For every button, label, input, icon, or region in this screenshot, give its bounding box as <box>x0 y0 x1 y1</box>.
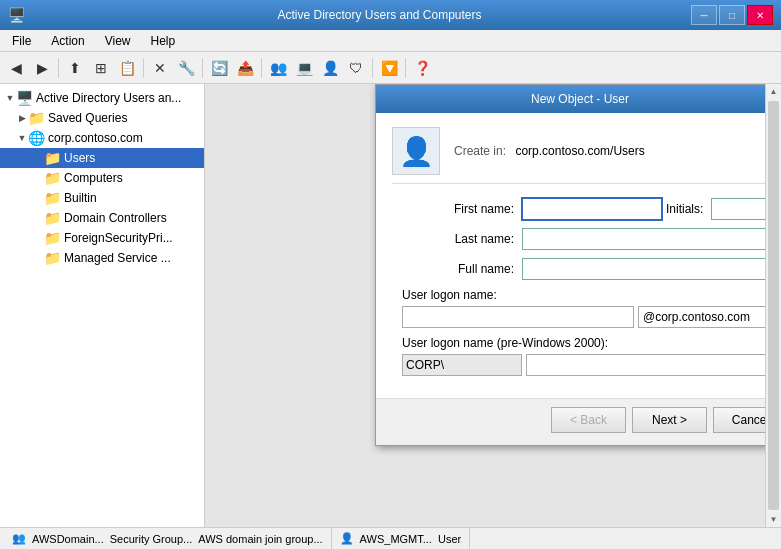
tree-icon-root: 🖥️ <box>16 90 33 106</box>
tree-label-root: Active Directory Users an... <box>36 91 181 105</box>
cancel-button[interactable]: Cancel <box>713 407 765 433</box>
tree-icon-computers: 📁 <box>44 170 61 186</box>
tree-item-users[interactable]: 📁 Users <box>0 148 204 168</box>
tree-item-managed[interactable]: 📁 Managed Service ... <box>0 248 204 268</box>
pre2000-domain-input[interactable] <box>402 354 522 376</box>
content-panel: New Object - User ✕ 👤 Create in: corp.co… <box>205 84 765 527</box>
next-button[interactable]: Next > <box>632 407 707 433</box>
tree-label-saved-queries: Saved Queries <box>48 111 127 125</box>
pre2000-label-row: User logon name (pre-Windows 2000): <box>392 336 765 350</box>
close-button[interactable]: ✕ <box>747 5 773 25</box>
create-in-path: corp.contoso.com/Users <box>515 144 644 158</box>
window-controls[interactable]: ─ □ ✕ <box>691 5 773 25</box>
tree-item-saved-queries[interactable]: ▶ 📁 Saved Queries <box>0 108 204 128</box>
last-name-label: Last name: <box>392 232 522 246</box>
new-user-dialog: New Object - User ✕ 👤 Create in: corp.co… <box>375 84 765 446</box>
status-type-2: User <box>438 533 461 545</box>
tree-label-computers: Computers <box>64 171 123 185</box>
menu-view[interactable]: View <box>97 32 139 50</box>
logon-label-row: User logon name: <box>392 288 765 302</box>
main-area: ▼ 🖥️ Active Directory Users an... ▶ 📁 Sa… <box>0 84 781 527</box>
tree-label-foreign: ForeignSecurityPri... <box>64 231 173 245</box>
tree-panel: ▼ 🖥️ Active Directory Users an... ▶ 📁 Sa… <box>0 84 205 527</box>
scroll-thumb[interactable] <box>768 101 779 510</box>
toolbar-sep-1 <box>58 58 59 78</box>
full-name-input[interactable] <box>522 258 765 280</box>
vertical-scrollbar[interactable]: ▲ ▼ <box>765 84 781 527</box>
delegate-button[interactable]: 🛡 <box>344 56 368 80</box>
tree-item-computers[interactable]: 📁 Computers <box>0 168 204 188</box>
dialog-body: 👤 Create in: corp.contoso.com/Users Firs… <box>376 113 765 398</box>
tree-item-dc[interactable]: 📁 Domain Controllers <box>0 208 204 228</box>
copy-button[interactable]: ⊞ <box>89 56 113 80</box>
status-item-2: 👤 AWS_MGMT... User <box>332 528 471 549</box>
pre2000-username-input[interactable] <box>526 354 765 376</box>
dialog-header: 👤 Create in: corp.contoso.com/Users <box>392 127 765 184</box>
first-name-label: First name: <box>392 202 522 216</box>
status-name-1: AWSDomain... <box>32 533 104 545</box>
pre2000-label: User logon name (pre-Windows 2000): <box>402 336 608 350</box>
first-name-input[interactable] <box>522 198 662 220</box>
computer-button[interactable]: 💻 <box>292 56 316 80</box>
title-bar: 🖥️ Active Directory Users and Computers … <box>0 0 781 30</box>
user-logon-input[interactable] <box>402 306 634 328</box>
status-name-2: AWS_MGMT... <box>360 533 432 545</box>
initials-input[interactable] <box>711 198 765 220</box>
menu-action[interactable]: Action <box>43 32 92 50</box>
tree-label-managed: Managed Service ... <box>64 251 171 265</box>
last-name-input[interactable] <box>522 228 765 250</box>
paste-button[interactable]: 📋 <box>115 56 139 80</box>
minimize-button[interactable]: ─ <box>691 5 717 25</box>
tree-icon-users: 📁 <box>44 150 61 166</box>
domain-suffix-select[interactable]: @corp.contoso.com <box>638 306 765 328</box>
refresh-button[interactable]: 🔄 <box>207 56 231 80</box>
logon-row: @corp.contoso.com <box>392 306 765 328</box>
tree-icon-foreign: 📁 <box>44 230 61 246</box>
toolbar-sep-6 <box>405 58 406 78</box>
create-in-section: Create in: corp.contoso.com/Users <box>454 144 645 158</box>
tree-item-foreign[interactable]: 📁 ForeignSecurityPri... <box>0 228 204 248</box>
back-button[interactable]: ◀ <box>4 56 28 80</box>
dialog-title-bar: New Object - User ✕ <box>376 85 765 113</box>
help-button[interactable]: ❓ <box>410 56 434 80</box>
full-name-row: Full name: <box>392 258 765 280</box>
full-name-label: Full name: <box>392 262 522 276</box>
window-title: Active Directory Users and Computers <box>68 8 691 22</box>
forward-button[interactable]: ▶ <box>30 56 54 80</box>
status-desc-1: AWS domain join group... <box>198 533 322 545</box>
tree-item-builtin[interactable]: 📁 Builtin <box>0 188 204 208</box>
maximize-button[interactable]: □ <box>719 5 745 25</box>
status-type-1: Security Group... <box>110 533 193 545</box>
status-bar: 👥 AWSDomain... Security Group... AWS dom… <box>0 527 781 549</box>
status-item-1: 👥 AWSDomain... Security Group... AWS dom… <box>4 528 332 549</box>
back-button[interactable]: < Back <box>551 407 626 433</box>
tree-item-root[interactable]: ▼ 🖥️ Active Directory Users an... <box>0 88 204 108</box>
tree-label-builtin: Builtin <box>64 191 97 205</box>
status-icon-1: 👥 <box>12 532 26 545</box>
first-name-row: First name: Initials: <box>392 198 765 220</box>
export-button[interactable]: 📤 <box>233 56 257 80</box>
filter-button[interactable]: 🔽 <box>377 56 401 80</box>
scroll-up-arrow[interactable]: ▲ <box>766 84 781 99</box>
dialog-footer: < Back Next > Cancel <box>376 398 765 445</box>
delete-button[interactable]: ✕ <box>148 56 172 80</box>
dialog-title-text: New Object - User <box>384 92 765 106</box>
up-button[interactable]: ⬆ <box>63 56 87 80</box>
toolbar-sep-5 <box>372 58 373 78</box>
tree-label-domain: corp.contoso.com <box>48 131 143 145</box>
toolbar-sep-3 <box>202 58 203 78</box>
tree-icon-dc: 📁 <box>44 210 61 226</box>
menu-file[interactable]: File <box>4 32 39 50</box>
users-button[interactable]: 👥 <box>266 56 290 80</box>
status-icon-2: 👤 <box>340 532 354 545</box>
tree-item-domain[interactable]: ▼ 🌐 corp.contoso.com <box>0 128 204 148</box>
user-avatar-icon: 👤 <box>392 127 440 175</box>
menu-help[interactable]: Help <box>143 32 184 50</box>
dialog-overlay: New Object - User ✕ 👤 Create in: corp.co… <box>205 84 765 527</box>
tree-label-dc: Domain Controllers <box>64 211 167 225</box>
properties-button[interactable]: 🔧 <box>174 56 198 80</box>
group-button[interactable]: 👤 <box>318 56 342 80</box>
scroll-down-arrow[interactable]: ▼ <box>766 512 781 527</box>
toolbar: ◀ ▶ ⬆ ⊞ 📋 ✕ 🔧 🔄 📤 👥 💻 👤 🛡 🔽 ❓ <box>0 52 781 84</box>
initials-label: Initials: <box>666 202 703 216</box>
